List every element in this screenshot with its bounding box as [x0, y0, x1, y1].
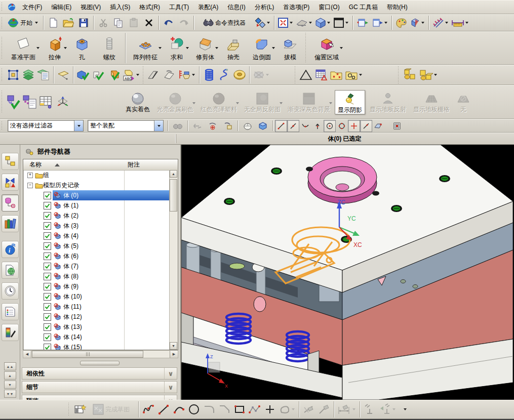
3d-viewport-canvas[interactable]: ZC YC XC Z X [181, 145, 514, 400]
dropdown-arrow-icon[interactable] [267, 22, 270, 24]
reuse-library-tab[interactable] [2, 215, 19, 232]
redo-button[interactable] [177, 16, 191, 30]
fit-view-button[interactable] [277, 16, 294, 30]
feature-unite-button[interactable]: 求和 [165, 34, 189, 63]
circle-tool-button[interactable] [187, 402, 201, 416]
tree-node-label-area[interactable]: 体 (8) [53, 271, 170, 281]
tube-coil-button[interactable] [202, 68, 216, 82]
render-show-shadow-flashlight-button[interactable]: 显示阴影 [335, 90, 365, 114]
tree-folder-row[interactable]: −模型历史记录 [23, 180, 170, 190]
menu-item[interactable]: 格式(R) [135, 1, 165, 14]
scroll-up-arrow[interactable]: ▲ [170, 170, 177, 178]
visibility-checkbox[interactable] [44, 192, 51, 199]
column-note[interactable]: 附注 [128, 160, 140, 169]
new-file-button[interactable] [46, 16, 60, 30]
render-global-reflection-map-button[interactable]: 无全局反射图 [242, 90, 283, 113]
tree-body-row[interactable]: 体 (7) [23, 261, 170, 271]
dropdown-arrow-icon[interactable] [292, 408, 295, 410]
copy-button[interactable] [111, 16, 126, 30]
point-set-folder-button[interactable] [329, 68, 343, 82]
render-bright-metal-sphere-button[interactable]: 光亮金属刷色 [154, 90, 196, 113]
tree-node-label-area[interactable]: 体 (13) [53, 322, 170, 332]
dropdown-arrow-icon[interactable] [215, 47, 218, 49]
scroll-left-arrow[interactable]: ◀ [23, 351, 31, 358]
menu-item[interactable]: 信息(I) [223, 1, 250, 14]
feature-pattern-feature-button[interactable]: 阵列特征 [129, 34, 162, 63]
toolbar-grip[interactable] [68, 403, 70, 415]
toolbar-options-button[interactable] [398, 402, 412, 416]
tree-node-label-area[interactable]: 体 (0) [53, 190, 170, 200]
selection-scope-combo[interactable]: 整个装配 [88, 120, 164, 132]
inferred-dimension-button[interactable] [337, 402, 357, 416]
dropdown-arrow-icon[interactable] [309, 22, 312, 24]
tree-node-label-area[interactable]: 体 (3) [53, 221, 170, 231]
point-tool-button[interactable] [263, 402, 277, 416]
part-navigator-tab[interactable] [2, 194, 19, 212]
find-in-navigator-button[interactable] [171, 120, 185, 132]
show-body-button[interactable] [106, 68, 121, 82]
roles-tab[interactable] [2, 324, 19, 341]
dropdown-arrow-icon[interactable] [404, 408, 407, 410]
check-list-button[interactable] [22, 95, 37, 109]
tree-folder-row[interactable]: +组 [23, 170, 170, 180]
command-finder-button[interactable]: 命令查找器 [196, 16, 253, 30]
window-layout-button[interactable] [371, 16, 389, 30]
visibility-checkbox[interactable] [44, 283, 51, 290]
tree-node-label-area[interactable]: 体 (11) [53, 302, 170, 312]
visibility-checkbox[interactable] [44, 303, 51, 311]
tree-body-row[interactable]: 体 (15) [23, 342, 170, 350]
render-gradient-background-button[interactable]: 渐变深灰色背景 [285, 90, 333, 113]
tree-node-label-area[interactable]: 体 (2) [53, 211, 170, 221]
tree-node-label-area[interactable]: 体 (1) [53, 200, 170, 211]
dropdown-arrow-icon[interactable] [392, 408, 396, 410]
combo-dropdown-button[interactable] [74, 120, 83, 131]
graphics-window[interactable]: ZC YC XC Z X [181, 145, 514, 400]
line-tool-button[interactable] [156, 402, 171, 416]
visibility-checkbox[interactable] [44, 293, 51, 301]
scroll-up-button[interactable]: ▲ [4, 371, 16, 380]
menu-item[interactable]: 窗口(O) [314, 1, 344, 14]
panel-splitter[interactable] [80, 361, 120, 365]
tree-node-label-area[interactable]: 体 (10) [53, 291, 170, 302]
dropdown-arrow-icon[interactable] [345, 22, 348, 24]
render-floor-none-button[interactable]: 无 [454, 90, 472, 113]
select-previous-button[interactable] [190, 120, 205, 132]
tree-body-row[interactable]: 体 (2) [23, 211, 170, 221]
snap-point-on-curve-toggle[interactable] [360, 120, 372, 132]
paste-button[interactable] [127, 16, 141, 30]
render-floor-grid-button[interactable]: 显示地板栅格 [411, 90, 452, 113]
visibility-checkbox[interactable] [44, 273, 51, 280]
snap-control-point-toggle[interactable] [299, 120, 311, 132]
tree-body-row[interactable]: 体 (10) [23, 291, 170, 302]
tree-body-row[interactable]: 体 (3) [23, 221, 170, 231]
menu-item[interactable]: 分析(L) [250, 1, 279, 14]
snap-point-on-face-toggle[interactable] [372, 120, 384, 132]
datum-display-button[interactable] [431, 16, 450, 30]
tree-node-label-area[interactable]: 体 (12) [53, 312, 170, 322]
tree-node-label-area[interactable]: 体 (14) [53, 332, 170, 342]
dropdown-arrow-icon[interactable] [159, 47, 162, 49]
chevron-down-icon[interactable]: ∨ [164, 382, 177, 393]
wcs-cube-button[interactable] [256, 120, 270, 132]
dropdown-arrow-icon[interactable] [290, 22, 293, 24]
snap-end-point-toggle[interactable] [275, 120, 287, 132]
dropdown-arrow-icon[interactable] [186, 47, 189, 49]
sketch-task-button[interactable] [73, 402, 87, 416]
tree-body-row[interactable]: 体 (4) [23, 231, 170, 241]
palette-clock-tab[interactable] [2, 282, 19, 300]
tree-node-label-area[interactable]: 体 (5) [53, 241, 170, 251]
more-curves-button[interactable] [278, 402, 296, 416]
snap-existing-point-toggle[interactable] [348, 120, 360, 132]
visibility-checkbox[interactable] [44, 232, 51, 240]
tree-body-row[interactable]: 体 (13) [23, 322, 170, 332]
feature-datum-plane-button[interactable]: 基准平面 [7, 34, 39, 63]
tree-node-label-area[interactable]: 体 (6) [53, 251, 170, 261]
section-header[interactable]: 细节∨ [22, 381, 177, 393]
feature-edge-blend-button[interactable]: 边倒圆 [249, 34, 275, 63]
data-table-button[interactable] [38, 95, 54, 109]
dropdown-arrow-icon[interactable] [359, 74, 362, 76]
geometric-constraints-button[interactable] [363, 402, 377, 416]
view-triad-button[interactable] [55, 95, 71, 109]
snap-hand-button[interactable] [221, 120, 235, 132]
quick-trim-button[interactable] [302, 402, 316, 416]
